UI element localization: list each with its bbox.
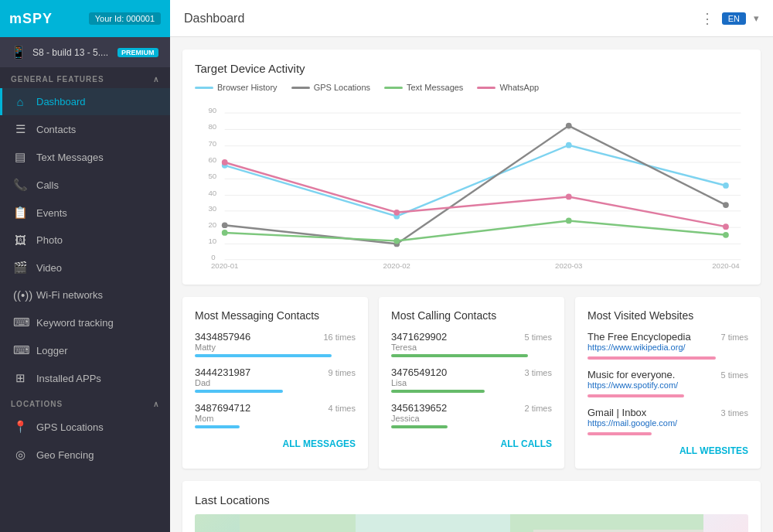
legend-label-text: Text Messages	[407, 83, 463, 92]
premium-badge: PREMIUM	[117, 48, 158, 57]
sidebar-item-calls[interactable]: 📞 Calls	[0, 171, 170, 199]
messaging-title: Most Messaging Contacts	[195, 309, 356, 322]
device-name: S8 - build 13 - 5....	[32, 47, 108, 58]
sidebar: mSPY Your Id: 000001 📱 S8 - build 13 - 5…	[0, 0, 170, 532]
more-options-icon[interactable]: ⋮	[700, 10, 714, 27]
calling-title: Most Calling Contacts	[391, 309, 552, 322]
map-svg	[195, 514, 748, 532]
all-messages-link[interactable]: ALL MESSAGES	[195, 438, 356, 449]
contact-name: Dad	[195, 378, 250, 387]
sidebar-item-label: GPS Locations	[36, 421, 104, 433]
svg-text:40: 40	[208, 189, 216, 197]
calling-name: Lisa	[391, 378, 447, 387]
wifi-icon: ((•))	[13, 288, 27, 302]
apps-icon: ⊞	[13, 371, 27, 385]
website-row-3: Gmail | Inbox https://mail.google.com/ 3…	[587, 407, 748, 430]
sidebar-item-dashboard[interactable]: ⌂ Dashboard	[0, 88, 170, 115]
website-row-2: Music for everyone. https://www.spotify.…	[587, 369, 748, 392]
calling-item-2: 3476549120 Lisa 3 times	[391, 367, 552, 393]
contact-item-1: 3434857946 Matty 16 times	[195, 331, 356, 357]
svg-text:2020-04: 2020-04	[712, 261, 740, 270]
sidebar-item-geo[interactable]: ◎ Geo Fencing	[0, 441, 170, 469]
sidebar-item-wifi[interactable]: ((•)) Wi-Fi networks	[0, 281, 170, 309]
events-icon: 📋	[13, 206, 27, 220]
activity-chart-card: Target Device Activity Browser History G…	[182, 49, 761, 285]
svg-point-38	[566, 194, 572, 200]
sidebar-item-label: Contacts	[36, 124, 76, 135]
contact-number: 3444231987	[195, 367, 250, 378]
locations-header: LOCATIONS ∧	[0, 392, 170, 413]
photo-icon: 🖼	[13, 234, 27, 247]
sidebar-item-logger[interactable]: ⌨ Logger	[0, 336, 170, 364]
svg-point-33	[393, 238, 400, 244]
website-url: https://www.spotify.com/	[587, 380, 678, 390]
svg-text:2020-02: 2020-02	[383, 261, 410, 270]
all-websites-link[interactable]: ALL WEBSITES	[587, 445, 748, 456]
contact-name: Matty	[195, 343, 250, 352]
chevron-down-icon[interactable]: ▾	[754, 12, 759, 24]
website-times: 3 times	[721, 408, 748, 418]
legend-dot-text	[384, 87, 403, 89]
sidebar-item-video[interactable]: 🎬 Video	[0, 254, 170, 281]
sidebar-item-gps[interactable]: 📍 GPS Locations	[0, 413, 170, 441]
topbar: Dashboard ⋮ EN ▾	[170, 0, 773, 37]
sidebar-item-label: Installed APPs	[36, 373, 101, 384]
legend-dot-gps	[291, 87, 310, 89]
svg-point-28	[222, 222, 228, 228]
svg-point-37	[393, 210, 400, 216]
sidebar-item-contacts[interactable]: ☰ Contacts	[0, 115, 170, 143]
svg-text:2020-03: 2020-03	[555, 261, 582, 270]
calling-bar	[391, 425, 448, 428]
svg-point-31	[723, 202, 729, 208]
website-bar	[587, 432, 652, 435]
svg-text:90: 90	[208, 106, 216, 114]
legend-browser: Browser History	[195, 83, 278, 92]
website-bar	[587, 394, 684, 397]
svg-point-27	[723, 182, 729, 189]
website-site-title: The Free Encyclopedia	[587, 331, 691, 343]
svg-point-34	[566, 218, 572, 224]
messages-icon: ▤	[13, 150, 27, 164]
geo-icon: ◎	[13, 448, 27, 462]
video-icon: 🎬	[13, 261, 27, 275]
svg-text:20: 20	[208, 220, 216, 229]
sidebar-item-photo[interactable]: 🖼 Photo	[0, 227, 170, 254]
contact-name: Mom	[195, 414, 250, 423]
calls-icon: 📞	[13, 178, 27, 192]
user-id: Your Id: 000001	[89, 12, 161, 25]
all-calls-link[interactable]: ALL CALLS	[391, 438, 552, 449]
device-info: 📱 S8 - build 13 - 5.... PREMIUM	[0, 37, 170, 67]
websites-title: Most Visited Websites	[587, 309, 748, 322]
sidebar-item-label: Video	[36, 262, 62, 274]
last-locations-title: Last Locations	[195, 493, 748, 506]
calling-number: 3471629902	[391, 331, 447, 343]
contact-times: 9 times	[329, 368, 356, 377]
messaging-card: Most Messaging Contacts 3434857946 Matty…	[182, 297, 368, 469]
svg-text:0: 0	[211, 253, 215, 261]
calling-card: Most Calling Contacts 3471629902 Teresa …	[379, 297, 564, 469]
language-selector[interactable]: EN	[722, 12, 746, 25]
progress-bar	[195, 425, 240, 428]
sidebar-item-keyword[interactable]: ⌨ Keyword tracking	[0, 309, 170, 336]
svg-rect-42	[356, 514, 510, 532]
svg-point-26	[566, 142, 572, 148]
sidebar-item-label: Dashboard	[36, 96, 86, 107]
progress-bar	[195, 354, 332, 357]
calling-row-2: 3476549120 Lisa 3 times	[391, 367, 552, 387]
calling-times: 3 times	[525, 368, 552, 377]
website-bar	[587, 356, 716, 360]
last-locations-card: Last Locations	[182, 481, 761, 532]
sidebar-item-events[interactable]: 📋 Events	[0, 199, 170, 227]
chart-title: Target Device Activity	[195, 62, 748, 75]
contact-times: 4 times	[329, 404, 356, 413]
sidebar-item-text-messages[interactable]: ▤ Text Messages	[0, 143, 170, 171]
calling-times: 5 times	[525, 332, 552, 342]
website-times: 7 times	[721, 332, 748, 342]
svg-text:10: 10	[208, 237, 216, 245]
calling-number: 3456139652	[391, 402, 447, 414]
svg-text:30: 30	[208, 204, 216, 213]
sidebar-item-label: Calls	[36, 179, 59, 191]
website-item-1: The Free Encyclopedia https://www.wikipe…	[587, 331, 748, 360]
sidebar-item-installed-apps[interactable]: ⊞ Installed APPs	[0, 364, 170, 392]
calling-number: 3476549120	[391, 367, 447, 378]
